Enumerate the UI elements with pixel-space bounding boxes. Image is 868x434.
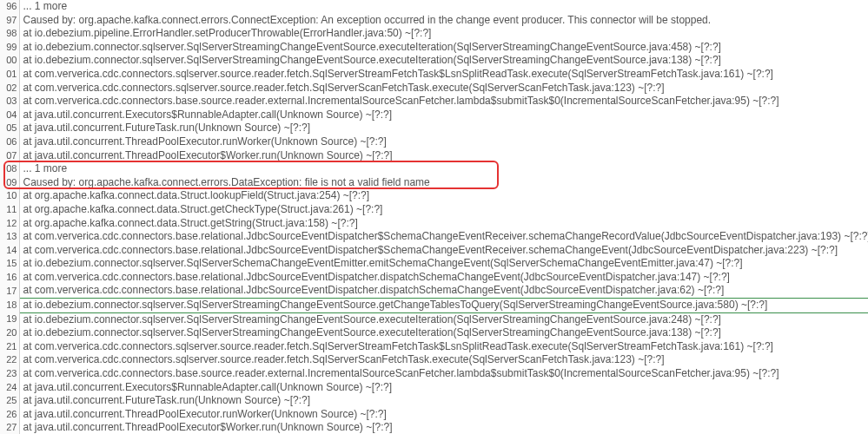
row-number[interactable]: 11 bbox=[0, 203, 19, 217]
log-row[interactable]: 07at java.util.concurrent.ThreadPoolExec… bbox=[0, 149, 868, 163]
row-number[interactable]: 05 bbox=[0, 122, 19, 135]
row-number[interactable]: 14 bbox=[0, 244, 19, 258]
log-line[interactable]: at com.ververica.cdc.connectors.base.rel… bbox=[19, 244, 868, 258]
log-row[interactable]: 99at io.debezium.connector.sqlserver.Sql… bbox=[0, 41, 868, 55]
log-row[interactable]: 16at com.ververica.cdc.connectors.base.r… bbox=[0, 271, 868, 285]
log-line[interactable]: at com.ververica.cdc.connectors.sqlserve… bbox=[19, 68, 868, 82]
log-row[interactable]: 96... 1 more bbox=[0, 0, 868, 14]
log-row[interactable]: 08... 1 more bbox=[0, 162, 868, 176]
log-row[interactable]: 02at com.ververica.cdc.connectors.sqlser… bbox=[0, 82, 868, 95]
log-row[interactable]: 19at io.debezium.connector.sqlserver.Sql… bbox=[0, 312, 868, 326]
log-line[interactable]: at org.apache.kafka.connect.data.Struct.… bbox=[19, 189, 868, 203]
log-line[interactable]: ... 1 more bbox=[19, 162, 868, 176]
log-row[interactable]: 20at io.debezium.connector.sqlserver.Sql… bbox=[0, 326, 868, 340]
log-row[interactable]: 97Caused by: org.apache.kafka.connect.er… bbox=[0, 14, 868, 28]
row-number[interactable]: 03 bbox=[0, 95, 19, 108]
log-line[interactable]: at com.ververica.cdc.connectors.base.rel… bbox=[19, 230, 868, 244]
log-line[interactable]: ... 1 more bbox=[19, 0, 868, 14]
row-number[interactable]: 96 bbox=[0, 0, 19, 14]
log-row[interactable]: 00at io.debezium.connector.sqlserver.Sql… bbox=[0, 54, 868, 68]
row-number[interactable]: 22 bbox=[0, 353, 19, 367]
log-line[interactable]: at org.apache.kafka.connect.data.Struct.… bbox=[19, 203, 868, 217]
row-number[interactable]: 98 bbox=[0, 27, 19, 41]
log-line[interactable]: at java.util.concurrent.FutureTask.run(U… bbox=[19, 394, 868, 408]
row-number[interactable]: 25 bbox=[0, 394, 19, 408]
log-line[interactable]: at com.ververica.cdc.connectors.base.rel… bbox=[19, 284, 868, 298]
row-number[interactable]: 12 bbox=[0, 217, 19, 231]
row-number[interactable]: 15 bbox=[0, 257, 19, 271]
row-number[interactable]: 09 bbox=[0, 176, 19, 190]
log-row[interactable]: 15at io.debezium.connector.sqlserver.Sql… bbox=[0, 257, 868, 271]
row-number[interactable]: 18 bbox=[0, 299, 19, 313]
log-line[interactable]: at com.ververica.cdc.connectors.base.rel… bbox=[19, 271, 868, 285]
row-number[interactable]: 99 bbox=[0, 41, 19, 55]
log-line[interactable]: at java.util.concurrent.Executors$Runnab… bbox=[19, 108, 868, 122]
log-line[interactable]: at com.ververica.cdc.connectors.base.sou… bbox=[19, 367, 868, 381]
log-row[interactable]: 11at org.apache.kafka.connect.data.Struc… bbox=[0, 203, 868, 217]
log-line[interactable]: at java.util.concurrent.ThreadPoolExecut… bbox=[19, 408, 868, 422]
log-row[interactable]: 06at java.util.concurrent.ThreadPoolExec… bbox=[0, 135, 868, 149]
log-row[interactable]: 25at java.util.concurrent.FutureTask.run… bbox=[0, 394, 868, 408]
log-line[interactable]: at java.util.concurrent.Executors$Runnab… bbox=[19, 381, 868, 395]
row-number[interactable]: 04 bbox=[0, 108, 19, 122]
log-line[interactable]: at org.apache.kafka.connect.data.Struct.… bbox=[19, 217, 868, 231]
log-row[interactable]: 01at com.ververica.cdc.connectors.sqlser… bbox=[0, 68, 868, 82]
row-number[interactable]: 24 bbox=[0, 381, 19, 395]
log-row[interactable]: 21at com.ververica.cdc.connectors.sqlser… bbox=[0, 340, 868, 354]
log-row[interactable]: 04at java.util.concurrent.Executors$Runn… bbox=[0, 108, 868, 122]
log-line[interactable]: at io.debezium.pipeline.ErrorHandler.set… bbox=[19, 27, 868, 41]
log-row[interactable]: 27at java.util.concurrent.ThreadPoolExec… bbox=[0, 421, 868, 434]
log-line[interactable]: at com.ververica.cdc.connectors.sqlserve… bbox=[19, 340, 868, 354]
row-number[interactable]: 06 bbox=[0, 135, 19, 149]
log-row[interactable]: 26at java.util.concurrent.ThreadPoolExec… bbox=[0, 408, 868, 422]
log-line[interactable]: at com.ververica.cdc.connectors.sqlserve… bbox=[19, 82, 868, 95]
log-line[interactable]: at java.util.concurrent.FutureTask.run(U… bbox=[19, 122, 868, 135]
row-number[interactable]: 97 bbox=[0, 14, 19, 28]
log-row[interactable]: 98at io.debezium.pipeline.ErrorHandler.s… bbox=[0, 27, 868, 41]
log-row[interactable]: 23at com.ververica.cdc.connectors.base.s… bbox=[0, 367, 868, 381]
log-line[interactable]: at io.debezium.connector.sqlserver.SqlSe… bbox=[19, 41, 868, 55]
log-line[interactable]: at java.util.concurrent.ThreadPoolExecut… bbox=[19, 421, 868, 434]
row-number[interactable]: 20 bbox=[0, 326, 19, 340]
log-row[interactable]: 18at io.debezium.connector.sqlserver.Sql… bbox=[0, 299, 868, 313]
row-number[interactable]: 21 bbox=[0, 340, 19, 354]
log-line[interactable]: at io.debezium.connector.sqlserver.SqlSe… bbox=[19, 54, 868, 68]
row-number[interactable]: 13 bbox=[0, 230, 19, 244]
log-line[interactable]: Caused by: org.apache.kafka.connect.erro… bbox=[19, 14, 868, 28]
log-line[interactable]: at java.util.concurrent.ThreadPoolExecut… bbox=[19, 135, 868, 149]
log-line[interactable]: at io.debezium.connector.sqlserver.SqlSe… bbox=[19, 257, 868, 271]
row-number[interactable]: 23 bbox=[0, 367, 19, 381]
row-number[interactable]: 10 bbox=[0, 189, 19, 203]
row-number[interactable]: 16 bbox=[0, 271, 19, 285]
row-number[interactable]: 26 bbox=[0, 408, 19, 422]
row-number[interactable]: 08 bbox=[0, 162, 19, 176]
log-row[interactable]: 13at com.ververica.cdc.connectors.base.r… bbox=[0, 230, 868, 244]
row-number[interactable]: 19 bbox=[0, 312, 19, 326]
log-row[interactable]: 24at java.util.concurrent.Executors$Runn… bbox=[0, 381, 868, 395]
log-line[interactable]: at io.debezium.connector.sqlserver.SqlSe… bbox=[19, 326, 868, 340]
log-row[interactable]: 22at com.ververica.cdc.connectors.sqlser… bbox=[0, 353, 868, 367]
log-row[interactable]: 14at com.ververica.cdc.connectors.base.r… bbox=[0, 244, 868, 258]
log-line[interactable]: Caused by: org.apache.kafka.connect.erro… bbox=[19, 176, 868, 190]
row-number[interactable]: 27 bbox=[0, 421, 19, 434]
log-row[interactable]: 17at com.ververica.cdc.connectors.base.r… bbox=[0, 284, 868, 298]
log-line[interactable]: at io.debezium.connector.sqlserver.SqlSe… bbox=[19, 299, 868, 313]
log-line[interactable]: at com.ververica.cdc.connectors.sqlserve… bbox=[19, 353, 868, 367]
log-row[interactable]: 10at org.apache.kafka.connect.data.Struc… bbox=[0, 189, 868, 203]
row-number[interactable]: 01 bbox=[0, 68, 19, 82]
log-line[interactable]: at com.ververica.cdc.connectors.base.sou… bbox=[19, 95, 868, 108]
row-number[interactable]: 07 bbox=[0, 149, 19, 163]
log-row[interactable]: 09Caused by: org.apache.kafka.connect.er… bbox=[0, 176, 868, 190]
log-line[interactable]: at io.debezium.connector.sqlserver.SqlSe… bbox=[19, 312, 868, 326]
row-number[interactable]: 02 bbox=[0, 82, 19, 95]
log-line[interactable]: at java.util.concurrent.ThreadPoolExecut… bbox=[19, 149, 868, 163]
log-row[interactable]: 12at org.apache.kafka.connect.data.Struc… bbox=[0, 217, 868, 231]
log-row[interactable]: 05at java.util.concurrent.FutureTask.run… bbox=[0, 122, 868, 135]
row-number[interactable]: 00 bbox=[0, 54, 19, 68]
row-number[interactable]: 17 bbox=[0, 284, 19, 298]
log-row[interactable]: 03at com.ververica.cdc.connectors.base.s… bbox=[0, 95, 868, 108]
log-spreadsheet[interactable]: 96... 1 more97Caused by: org.apache.kafk… bbox=[0, 0, 868, 434]
